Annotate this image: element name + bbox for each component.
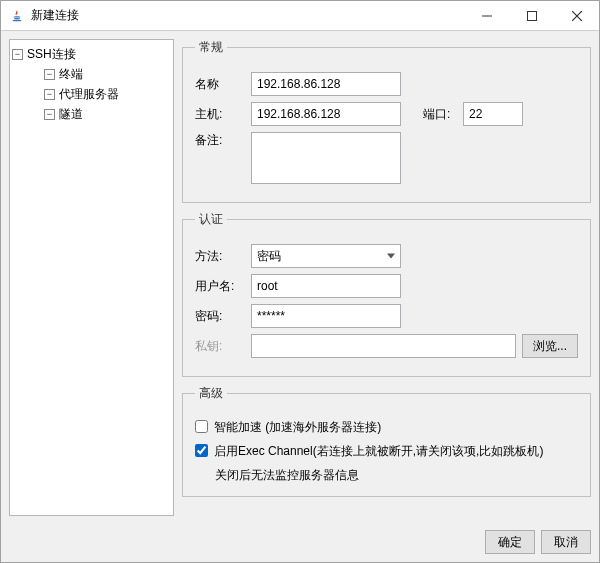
exec-channel-row[interactable]: 启用Exec Channel(若连接上就被断开,请关闭该项,比如跳板机) <box>195 442 578 460</box>
tree-node-proxy[interactable]: − 代理服务器 <box>34 84 171 104</box>
remark-label: 备注: <box>195 132 245 149</box>
password-label: 密码: <box>195 308 245 325</box>
port-input[interactable] <box>463 102 523 126</box>
name-label: 名称 <box>195 76 245 93</box>
remark-textarea[interactable] <box>251 132 401 184</box>
tree-label: 终端 <box>59 66 83 83</box>
titlebar: 新建连接 <box>1 1 599 31</box>
exec-channel-label: 启用Exec Channel(若连接上就被断开,请关闭该项,比如跳板机) <box>214 442 543 460</box>
java-app-icon <box>9 8 25 24</box>
dialog-window: 新建连接 − SSH连接 − 终端 − 代理服务器 <box>0 0 600 563</box>
group-general: 常规 名称 主机: 端口: 备注: <box>182 39 591 203</box>
group-auth: 认证 方法: 密码 用户名: 密码: <box>182 211 591 377</box>
collapse-icon[interactable]: − <box>12 49 23 60</box>
collapse-icon[interactable]: − <box>44 89 55 100</box>
username-input[interactable] <box>251 274 401 298</box>
smart-accel-label: 智能加速 (加速海外服务器连接) <box>214 418 381 436</box>
cancel-button[interactable]: 取消 <box>541 530 591 554</box>
ok-button[interactable]: 确定 <box>485 530 535 554</box>
tree-node-ssh[interactable]: − SSH连接 <box>12 44 171 64</box>
collapse-icon[interactable]: − <box>44 69 55 80</box>
dialog-footer: 确定 取消 <box>1 524 599 562</box>
group-legend: 高级 <box>195 385 227 402</box>
browse-button[interactable]: 浏览... <box>522 334 578 358</box>
method-select[interactable]: 密码 <box>251 244 401 268</box>
tree-node-terminal[interactable]: − 终端 <box>34 64 171 84</box>
close-button[interactable] <box>554 1 599 31</box>
group-advanced: 高级 智能加速 (加速海外服务器连接) 启用Exec Channel(若连接上就… <box>182 385 591 497</box>
host-label: 主机: <box>195 106 245 123</box>
host-input[interactable] <box>251 102 401 126</box>
name-input[interactable] <box>251 72 401 96</box>
tree-label: 代理服务器 <box>59 86 119 103</box>
privkey-label: 私钥: <box>195 338 245 355</box>
tree-node-tunnel[interactable]: − 隧道 <box>34 104 171 124</box>
privkey-input[interactable] <box>251 334 516 358</box>
minimize-button[interactable] <box>464 1 509 31</box>
tree-label: 隧道 <box>59 106 83 123</box>
port-label: 端口: <box>423 106 457 123</box>
exec-channel-note: 关闭后无法监控服务器信息 <box>215 466 578 484</box>
exec-channel-checkbox[interactable] <box>195 444 208 457</box>
window-title: 新建连接 <box>31 7 79 24</box>
password-input[interactable] <box>251 304 401 328</box>
smart-accel-row[interactable]: 智能加速 (加速海外服务器连接) <box>195 418 578 436</box>
group-legend: 常规 <box>195 39 227 56</box>
sidebar-tree: − SSH连接 − 终端 − 代理服务器 − 隧道 <box>9 39 174 516</box>
user-label: 用户名: <box>195 278 245 295</box>
main-panel: 常规 名称 主机: 端口: 备注: 认证 <box>182 39 591 516</box>
tree-label: SSH连接 <box>27 46 76 63</box>
svg-rect-1 <box>527 11 536 20</box>
collapse-icon[interactable]: − <box>44 109 55 120</box>
group-legend: 认证 <box>195 211 227 228</box>
method-label: 方法: <box>195 248 245 265</box>
smart-accel-checkbox[interactable] <box>195 420 208 433</box>
maximize-button[interactable] <box>509 1 554 31</box>
